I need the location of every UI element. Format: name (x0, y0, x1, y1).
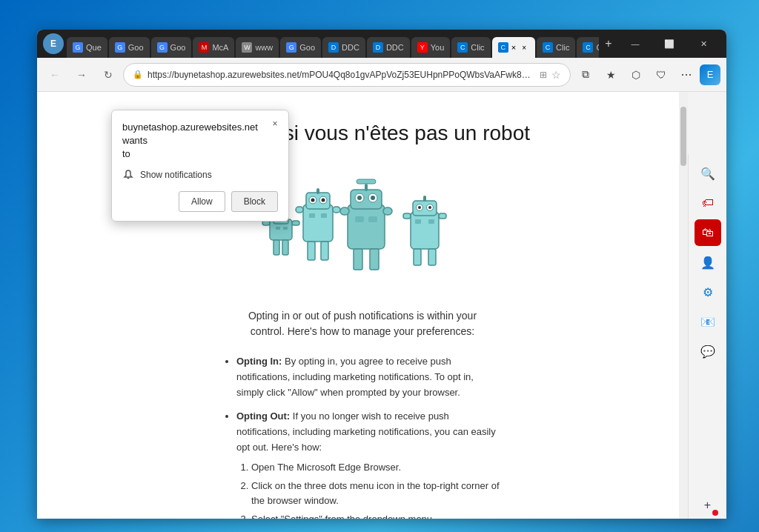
tab-favicon-8: D (373, 42, 383, 53)
svg-rect-35 (340, 207, 349, 215)
svg-rect-17 (309, 213, 315, 218)
scrollbar-thumb[interactable] (680, 107, 686, 166)
reader-mode-icon: ⊞ (540, 70, 547, 80)
svg-rect-31 (355, 216, 364, 222)
svg-rect-18 (321, 213, 327, 218)
lock-icon: 🔒 (133, 70, 143, 79)
page-description: Opting in or out of push notifications i… (236, 308, 488, 339)
svg-rect-49 (439, 213, 446, 219)
notification-popup: × buynetashop.azurewebsites.net wants to… (111, 110, 289, 222)
tab-favicon-7: D (328, 42, 339, 53)
tab-9[interactable]: Y You (411, 37, 451, 58)
opting-out-label: Opting Out: (236, 410, 290, 422)
search-sidebar-icon[interactable]: 🔍 (695, 160, 721, 187)
outlook-icon[interactable]: 📧 (695, 308, 721, 335)
tab-7[interactable]: D DDC (322, 37, 365, 58)
new-tab-button[interactable]: + (599, 34, 618, 53)
svg-rect-45 (428, 219, 434, 224)
collections-sidebar-icon[interactable]: 🏷 (695, 190, 721, 216)
profile-icon[interactable]: E (43, 33, 64, 54)
tab-favicon-3: G (157, 42, 168, 53)
tab-8[interactable]: D DDC (367, 37, 410, 58)
svg-rect-25 (365, 184, 368, 191)
svg-rect-39 (423, 196, 426, 202)
bullet-list: Opting In: By opting in, you agree to re… (222, 354, 503, 519)
popup-title: buynetashop.azurewebsites.net wants to (122, 121, 278, 162)
svg-rect-7 (282, 240, 288, 255)
toolbar-right: ⧉ ★ ⬡ 🛡 ··· E (574, 63, 720, 87)
tab-favicon-13: C (583, 42, 593, 53)
tab-13[interactable]: C Clic (577, 37, 599, 58)
browser-window: E G Que G Goo G Goo M McA (37, 30, 726, 519)
svg-rect-10 (303, 205, 333, 242)
popup-notification-row: Show notifications (122, 169, 278, 181)
svg-rect-34 (370, 249, 379, 270)
tab-bar: G Que G Goo G Goo M McA W www (67, 30, 599, 58)
split-screen-icon[interactable]: ⧉ (574, 63, 597, 87)
more-tools-icon[interactable]: ··· (675, 63, 698, 87)
browser-essentials-icon[interactable]: 🛡 (649, 63, 673, 87)
favorites-icon[interactable]: ★ (599, 63, 623, 87)
scrollbar-track (679, 92, 688, 519)
shopping-icon[interactable]: 🛍 (695, 219, 721, 246)
popup-notification-label: Show notifications (140, 170, 212, 180)
apps-icon[interactable]: ⚙ (695, 279, 721, 305)
tab-12[interactable]: C Clic (537, 37, 575, 58)
step-1: Open The Microsoft Edge Browser. (251, 460, 503, 476)
bell-icon (122, 169, 134, 181)
popup-close-button[interactable]: × (268, 116, 282, 131)
people-icon[interactable]: 👤 (695, 249, 721, 276)
tab-11-active[interactable]: C × × (492, 37, 535, 58)
address-text: https://buynetashop.azurewebsites.net/mP… (148, 70, 535, 80)
tab-2[interactable]: G Goo (109, 37, 150, 58)
tab-favicon-6: G (286, 42, 296, 53)
svg-rect-37 (411, 212, 439, 249)
tab-close-11[interactable]: × (519, 42, 529, 53)
bookmark-icon[interactable]: ☆ (551, 69, 561, 81)
teams-icon[interactable]: 💬 (695, 338, 721, 365)
svg-rect-21 (296, 207, 303, 213)
step-2: Click on the three dots menu icon in the… (251, 479, 503, 510)
block-button[interactable]: Block (231, 191, 278, 212)
tab-6[interactable]: G Goo (280, 37, 321, 58)
reload-button[interactable]: ↻ (96, 63, 120, 87)
tab-favicon-4: M (199, 42, 209, 53)
tab-5[interactable]: W www (236, 37, 279, 58)
tab-favicon-11: C (498, 42, 508, 53)
allow-button[interactable]: Allow (179, 191, 225, 212)
opting-in-label: Opting In: (236, 356, 282, 367)
toolbar: ← → ↻ 🔒 https://buynetashop.azurewebsite… (37, 58, 726, 92)
minimize-button[interactable]: — (618, 30, 652, 58)
browser-sidebar: 🔍 🏷 🛍 👤 ⚙ 📧 💬 + (688, 154, 726, 519)
svg-rect-47 (428, 249, 436, 265)
maximize-button[interactable]: ⬜ (652, 30, 686, 58)
address-bar[interactable]: 🔒 https://buynetashop.azurewebsites.net/… (123, 63, 571, 87)
svg-point-16 (322, 199, 325, 202)
svg-rect-5 (283, 227, 288, 230)
back-button[interactable]: ← (43, 63, 67, 87)
sidebar-notification-dot[interactable]: + (695, 492, 721, 519)
svg-rect-44 (415, 219, 421, 224)
tab-1[interactable]: G Que (67, 37, 107, 58)
tab-3[interactable]: G Goo (151, 37, 192, 58)
svg-rect-46 (414, 249, 421, 265)
tab-favicon-10: C (457, 42, 468, 53)
svg-rect-4 (276, 227, 280, 230)
popup-buttons: Allow Block (122, 191, 278, 212)
tab-4[interactable]: M McA (193, 37, 234, 58)
svg-rect-12 (316, 188, 319, 194)
svg-rect-33 (354, 249, 362, 270)
notification-dot (712, 510, 718, 516)
forward-button[interactable]: → (70, 63, 93, 87)
collections-icon[interactable]: ⬡ (624, 63, 648, 87)
desktop: E G Que G Goo G Goo M McA (0, 0, 759, 532)
svg-rect-23 (348, 205, 385, 249)
svg-rect-32 (368, 216, 377, 222)
tab-favicon-9: Y (417, 42, 428, 53)
tab-10[interactable]: C Clic (451, 37, 490, 58)
edge-sidebar-icon[interactable]: E (700, 64, 720, 85)
svg-rect-19 (308, 242, 315, 260)
tab-favicon-2: G (115, 42, 125, 53)
svg-rect-6 (274, 240, 279, 255)
close-button[interactable]: ✕ (686, 30, 720, 58)
